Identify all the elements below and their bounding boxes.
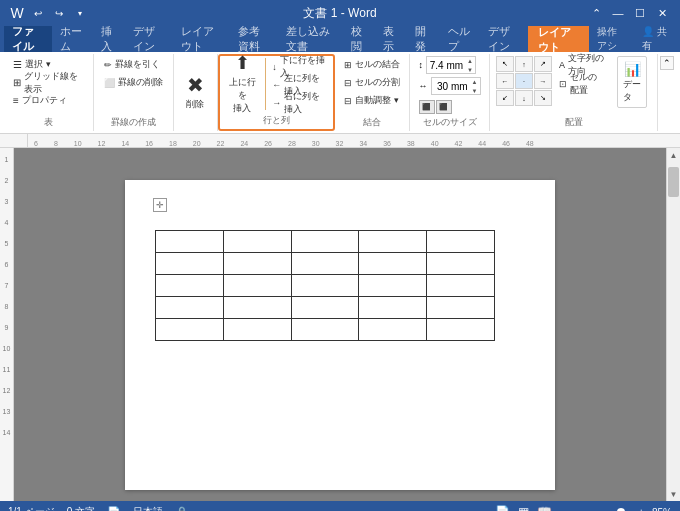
table-cell[interactable] xyxy=(223,253,291,275)
maximize-button[interactable]: ☐ xyxy=(630,4,650,22)
delete-button[interactable]: ✖ 削除 xyxy=(177,64,213,120)
draw-group-content: ✏ 罫線を引く ⬜ 罫線の削除 xyxy=(101,56,166,114)
ribbon-group-insert: ⬆ 上に行を挿入 ↓ 下に行を挿入 ← 左に列を挿入 → xyxy=(218,54,336,131)
alignment-grid: ↖ ↑ ↗ ← · → ↙ ↓ ↘ xyxy=(496,56,552,106)
insert-right-button[interactable]: → 右に列を挿入 xyxy=(269,94,329,111)
table-cell[interactable] xyxy=(223,275,291,297)
tab-dev[interactable]: 開発 xyxy=(407,26,439,52)
scroll-thumb[interactable] xyxy=(668,167,679,197)
table-cell[interactable] xyxy=(156,253,224,275)
table-cell[interactable] xyxy=(291,253,359,275)
table-cell[interactable] xyxy=(427,253,495,275)
table-cell[interactable] xyxy=(223,297,291,319)
table-cell[interactable] xyxy=(156,319,224,341)
col-width-spinner[interactable]: 30 mm ▲ ▼ xyxy=(431,77,481,95)
zoom-slider[interactable]: — + xyxy=(560,507,644,512)
tab-table-design[interactable]: デザイン xyxy=(480,26,528,52)
table-cell[interactable] xyxy=(291,297,359,319)
align-bot-left[interactable]: ↙ xyxy=(496,90,514,106)
table-cell[interactable] xyxy=(291,231,359,253)
view-normal-icon[interactable]: 📄 xyxy=(495,505,510,511)
tab-review[interactable]: 校閲 xyxy=(343,26,375,52)
table-cell[interactable] xyxy=(156,297,224,319)
view-web-icon[interactable]: ▦ xyxy=(518,505,529,511)
ribbon-collapse-btn[interactable]: ⌃ xyxy=(660,56,674,70)
table-cell[interactable] xyxy=(156,275,224,297)
scroll-down-button[interactable]: ▼ xyxy=(667,487,680,501)
tab-help[interactable]: ヘルプ xyxy=(440,26,480,52)
cell-margins-button[interactable]: ⊡ セルの配置 xyxy=(556,75,609,92)
tab-insert[interactable]: 挿入 xyxy=(93,26,125,52)
table-cell[interactable] xyxy=(427,275,495,297)
row-height-icon: ↕ xyxy=(419,60,424,70)
table-cell[interactable] xyxy=(359,297,427,319)
properties-button[interactable]: ≡ プロパティ xyxy=(10,92,70,109)
align-bot-right[interactable]: ↘ xyxy=(534,90,552,106)
gridlines-button[interactable]: ⊞ グリッド線を表示 xyxy=(10,74,87,91)
table-cell[interactable] xyxy=(359,275,427,297)
table-cell[interactable] xyxy=(427,319,495,341)
align-top-right[interactable]: ↗ xyxy=(534,56,552,72)
col-width-input[interactable]: 30 mm xyxy=(432,81,470,92)
scroll-up-button[interactable]: ▲ xyxy=(667,148,680,162)
zoom-percent[interactable]: 85% xyxy=(652,507,672,512)
col-width-up[interactable]: ▲ xyxy=(470,78,480,87)
tab-operation-assist[interactable]: 操作アシ xyxy=(589,26,634,52)
properties-label: プロパティ xyxy=(22,94,67,107)
split-table-button[interactable]: ⊟ 自動調整 ▾ xyxy=(341,92,402,109)
align-mid-right[interactable]: → xyxy=(534,73,552,89)
table-cell[interactable] xyxy=(291,275,359,297)
tab-mailings[interactable]: 差し込み文書 xyxy=(278,26,343,52)
data-button[interactable]: 📊 データ xyxy=(617,56,647,108)
ribbon-collapse-button[interactable]: ⌃ xyxy=(586,4,606,22)
tab-view[interactable]: 表示 xyxy=(375,26,407,52)
distribute-rows-button[interactable]: ⬛ xyxy=(419,100,435,114)
col-width-down[interactable]: ▼ xyxy=(470,87,480,96)
table-cell[interactable] xyxy=(359,231,427,253)
scroll-track[interactable] xyxy=(667,162,680,487)
view-read-icon[interactable]: 📖 xyxy=(537,505,552,511)
tab-share[interactable]: 👤 共有 xyxy=(634,26,676,52)
tab-home[interactable]: ホーム xyxy=(52,26,92,52)
table-cell[interactable] xyxy=(223,319,291,341)
distribute-cols-button[interactable]: ⬛ xyxy=(436,100,452,114)
merge-cells-button[interactable]: ⊞ セルの結合 xyxy=(341,56,403,73)
align-mid-center[interactable]: · xyxy=(515,73,533,89)
table-cell[interactable] xyxy=(223,231,291,253)
align-mid-left[interactable]: ← xyxy=(496,73,514,89)
table-cell[interactable] xyxy=(359,253,427,275)
qat-more-button[interactable]: ▾ xyxy=(71,4,89,22)
vertical-scrollbar[interactable]: ▲ ▼ xyxy=(666,148,680,501)
zoom-out-button[interactable]: — xyxy=(560,507,570,512)
table-cell[interactable] xyxy=(156,231,224,253)
eraser-button[interactable]: ⬜ 罫線の削除 xyxy=(101,74,166,91)
align-bot-center[interactable]: ↓ xyxy=(515,90,533,106)
row-height-up[interactable]: ▲ xyxy=(465,57,475,66)
tab-file[interactable]: ファイル xyxy=(4,26,52,52)
tab-table-layout[interactable]: レイアウト xyxy=(528,26,589,52)
tab-design[interactable]: デザイン xyxy=(125,26,173,52)
undo-button[interactable]: ↩ xyxy=(29,4,47,22)
tab-layout-doc[interactable]: レイアウト xyxy=(173,26,230,52)
minimize-button[interactable]: — xyxy=(608,4,628,22)
quick-access-toolbar: W ↩ ↪ ▾ xyxy=(8,4,89,22)
table-cell[interactable] xyxy=(427,231,495,253)
row-height-down[interactable]: ▼ xyxy=(465,66,475,75)
row-height-input[interactable]: 7.4 mm xyxy=(427,60,465,71)
insert-above-button[interactable]: ⬆ 上に行を挿入 xyxy=(223,58,261,110)
redo-button[interactable]: ↪ xyxy=(50,4,68,22)
align-top-left[interactable]: ↖ xyxy=(496,56,514,72)
zoom-in-button[interactable]: + xyxy=(638,507,644,512)
table-move-handle[interactable]: ✛ xyxy=(153,198,167,212)
table-cell[interactable] xyxy=(427,297,495,319)
close-button[interactable]: ✕ xyxy=(652,4,672,22)
draw-table-button[interactable]: ✏ 罫線を引く xyxy=(101,56,163,73)
document-area: ✛ xyxy=(14,148,666,501)
row-height-spinner[interactable]: 7.4 mm ▲ ▼ xyxy=(426,56,476,74)
table-cell[interactable] xyxy=(359,319,427,341)
language-indicator: 日本語 xyxy=(133,505,163,511)
split-cells-button[interactable]: ⊟ セルの分割 xyxy=(341,74,403,91)
table-cell[interactable] xyxy=(291,319,359,341)
tab-references[interactable]: 参考資料 xyxy=(230,26,278,52)
align-top-center[interactable]: ↑ xyxy=(515,56,533,72)
